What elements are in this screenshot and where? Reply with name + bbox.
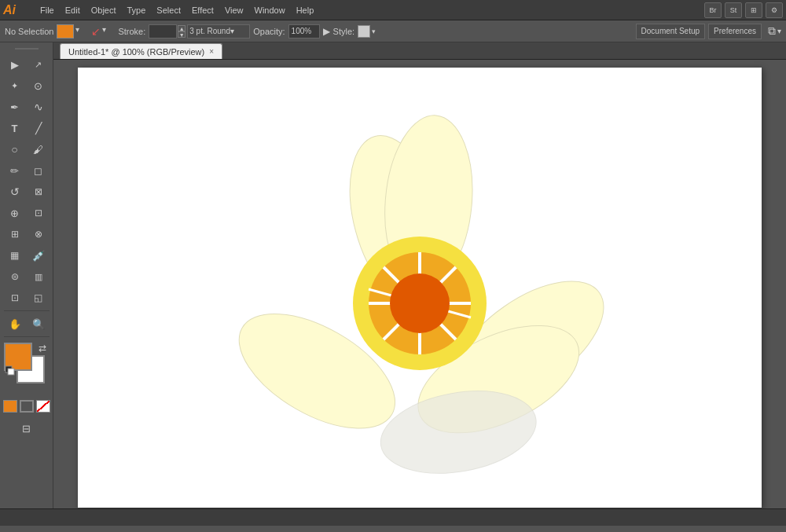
slice-tool[interactable]: ◱ bbox=[28, 288, 50, 308]
fill-dropdown[interactable]: ▾ bbox=[75, 25, 88, 38]
color-reset-icon[interactable] bbox=[4, 365, 15, 376]
style-dropdown[interactable]: ▾ bbox=[372, 28, 376, 35]
bar-chart-tool[interactable]: ▥ bbox=[28, 266, 50, 287]
menu-effect[interactable]: Effect bbox=[186, 3, 219, 17]
preferences-btn[interactable]: Preferences bbox=[708, 24, 762, 39]
tab-title: Untitled-1* @ 100% (RGB/Preview) bbox=[68, 47, 204, 57]
none-mode-btn[interactable] bbox=[36, 400, 50, 413]
color-mode-row bbox=[3, 400, 50, 413]
document-tab[interactable]: Untitled-1* @ 100% (RGB/Preview) × bbox=[60, 43, 222, 59]
gradient-tool[interactable]: ▦ bbox=[4, 245, 26, 266]
tool-row-1: ▶ ↗ bbox=[4, 54, 50, 75]
paintbrush-tool[interactable]: 🖌 bbox=[28, 139, 50, 160]
stroke-mode-btn[interactable] bbox=[20, 400, 34, 413]
tool-row-4: T ╱ bbox=[4, 118, 50, 138]
menu-select[interactable]: Select bbox=[151, 3, 186, 17]
change-screen-mode-btn[interactable]: ⊟ bbox=[6, 418, 48, 438]
tool-sep-1 bbox=[4, 310, 50, 311]
tool-row-12: ⊡ ◱ bbox=[4, 288, 50, 308]
status-bar bbox=[0, 508, 786, 526]
menu-bar: Ai File Edit Object Type Select Effect V… bbox=[0, 0, 786, 20]
opacity-input[interactable] bbox=[288, 24, 320, 39]
artboard-tool[interactable]: ⊡ bbox=[4, 288, 26, 308]
sync-btn[interactable]: ⚙ bbox=[766, 2, 783, 18]
stroke-up[interactable]: ▲ bbox=[178, 25, 185, 31]
zoom-tool[interactable]: 🔍 bbox=[28, 314, 50, 334]
special-tools: ⊟ bbox=[6, 418, 48, 438]
direct-select-tool[interactable]: ↗ bbox=[28, 54, 50, 75]
scale-tool[interactable]: ⊠ bbox=[28, 182, 50, 202]
fill-mode-btn[interactable] bbox=[3, 400, 17, 413]
ellipse-tool[interactable]: ○ bbox=[4, 139, 26, 160]
arrange-dropdown[interactable]: ▾ bbox=[777, 27, 781, 35]
toolbox-collapse[interactable] bbox=[3, 46, 50, 52]
tool-row-2: ✦ ⊙ bbox=[4, 75, 50, 96]
canvas-area[interactable]: Untitled-1* @ 100% (RGB/Preview) × bbox=[53, 42, 786, 508]
menu-edit[interactable]: Edit bbox=[60, 3, 86, 17]
puppet-warp-tool[interactable]: ⊕ bbox=[4, 203, 26, 223]
style-label: Style: bbox=[333, 27, 355, 36]
tool-row-10: ▦ 💉 bbox=[4, 245, 50, 266]
tool-row-13: ✋ 🔍 bbox=[4, 314, 50, 334]
eraser-tool[interactable]: ◻ bbox=[28, 160, 50, 181]
tool-row-6: ✏ ◻ bbox=[4, 160, 50, 181]
color-swap-icon[interactable]: ⇄ bbox=[39, 343, 46, 354]
menu-object[interactable]: Object bbox=[86, 3, 122, 17]
stroke-dropdown[interactable]: ▾ bbox=[102, 25, 115, 38]
rotate-tool[interactable]: ↺ bbox=[4, 182, 26, 202]
shape-builder-tool[interactable]: ⊗ bbox=[28, 224, 50, 244]
tool-row-7: ↺ ⊠ bbox=[4, 182, 50, 202]
arrange-icon[interactable]: ⧉ bbox=[768, 24, 776, 38]
pencil-tool[interactable]: ✏ bbox=[4, 160, 26, 181]
menu-help[interactable]: Help bbox=[291, 3, 320, 17]
arrange-icons: ⧉ ▾ bbox=[768, 24, 781, 38]
toolbox: ▶ ↗ ✦ ⊙ ✒ ∿ T ╱ ○ 🖌 ✏ ◻ ↺ ⊠ ⊕ ⊡ bbox=[0, 42, 53, 508]
tool-row-8: ⊕ ⊡ bbox=[4, 203, 50, 223]
menu-window[interactable]: Window bbox=[249, 3, 291, 17]
selection-tool[interactable]: ▶ bbox=[4, 54, 26, 75]
stroke-icon: ↙ bbox=[91, 25, 101, 38]
stroke-style-select[interactable]: 3 pt. Round▾ bbox=[187, 24, 250, 39]
magic-wand-tool[interactable]: ✦ bbox=[4, 75, 26, 96]
color-area: ⇄ bbox=[4, 343, 50, 398]
free-transform-tool[interactable]: ⊡ bbox=[28, 203, 50, 223]
stroke-label: Stroke: bbox=[118, 27, 145, 36]
fill-swatch[interactable] bbox=[57, 24, 74, 39]
app-logo: Ai bbox=[3, 3, 27, 17]
line-tool[interactable]: ╱ bbox=[28, 118, 50, 138]
selection-label: No Selection bbox=[5, 27, 53, 36]
tab-close-btn[interactable]: × bbox=[209, 48, 214, 56]
svg-point-15 bbox=[390, 273, 450, 333]
artboard bbox=[78, 68, 762, 508]
menu-file[interactable]: File bbox=[35, 3, 60, 17]
document-setup-btn[interactable]: Document Setup bbox=[636, 24, 706, 39]
bridge-btn[interactable]: Br bbox=[704, 2, 722, 18]
tool-row-5: ○ 🖌 bbox=[4, 139, 50, 160]
pen-tool[interactable]: ✒ bbox=[4, 97, 26, 117]
tool-row-3: ✒ ∿ bbox=[4, 97, 50, 117]
blend-tool[interactable]: ⊜ bbox=[4, 266, 26, 287]
toolbar: No Selection ▾ ↙ ▾ Stroke: ▲ ▼ 3 pt. Rou… bbox=[0, 20, 786, 42]
tab-bar: Untitled-1* @ 100% (RGB/Preview) × bbox=[53, 42, 786, 60]
tool-sep-2 bbox=[4, 336, 50, 337]
stroke-down[interactable]: ▼ bbox=[178, 31, 185, 38]
opacity-label: Opacity: bbox=[253, 27, 285, 36]
style-swatch bbox=[358, 25, 370, 38]
menu-icons: Br St ⊞ ⚙ bbox=[704, 2, 783, 18]
eyedropper-tool[interactable]: 💉 bbox=[28, 245, 50, 266]
curvature-tool[interactable]: ∿ bbox=[28, 97, 50, 117]
tool-row-11: ⊜ ▥ bbox=[4, 266, 50, 287]
workspace-btn[interactable]: ⊞ bbox=[745, 2, 762, 18]
tool-row-9: ⊞ ⊗ bbox=[4, 224, 50, 244]
perspective-tool[interactable]: ⊞ bbox=[4, 224, 26, 244]
svg-rect-1 bbox=[8, 369, 14, 375]
main-area: ▶ ↗ ✦ ⊙ ✒ ∿ T ╱ ○ 🖌 ✏ ◻ ↺ ⊠ ⊕ ⊡ bbox=[0, 42, 786, 508]
hand-tool[interactable]: ✋ bbox=[4, 314, 26, 334]
opacity-expand[interactable]: ▶ bbox=[323, 26, 330, 37]
menu-view[interactable]: View bbox=[219, 3, 249, 17]
stock-btn[interactable]: St bbox=[725, 2, 742, 18]
type-tool[interactable]: T bbox=[4, 118, 26, 138]
menu-type[interactable]: Type bbox=[122, 3, 152, 17]
lasso-tool[interactable]: ⊙ bbox=[28, 75, 50, 96]
stroke-width-input[interactable] bbox=[149, 24, 177, 39]
